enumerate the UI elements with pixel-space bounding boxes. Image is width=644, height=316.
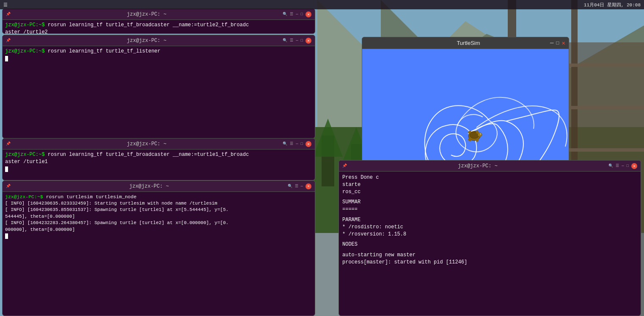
terminal-4-cursor bbox=[5, 233, 8, 239]
terminal-right-process: process[master]: started with pid [11246… bbox=[342, 259, 637, 266]
terminal-4: 📌 jzx@jzx-PC: ~ 🔍 ☰ ─ ✕ jzx@jzx-PC:~$ ro… bbox=[2, 180, 315, 316]
terminal-right-menu-icon[interactable]: ☰ bbox=[616, 164, 619, 168]
terminal-4-cursor-line bbox=[5, 233, 312, 240]
terminal-2-cursor bbox=[5, 56, 8, 61]
taskbar-right: 11月04日 星期四, 20:08 bbox=[584, 2, 641, 8]
terminal-right-ros-cc-text: ros_cc bbox=[342, 189, 361, 195]
terminal-right-spacer3 bbox=[342, 238, 637, 241]
turtlesim-maximize-icon[interactable]: □ bbox=[556, 40, 559, 46]
terminal-3-line1: jzx@jzx-PC:~$ rosrun learning_tf turtle_… bbox=[5, 151, 312, 158]
terminal-3-cmd1: rosrun learning_tf turtle_tf_broadcaster… bbox=[48, 152, 249, 158]
terminal-3-minimize-icon[interactable]: ─ bbox=[296, 142, 298, 146]
terminal-right-title: jzx@jzx-PC: ~ bbox=[347, 163, 608, 169]
terminal-right-maximize-icon[interactable]: □ bbox=[627, 164, 629, 168]
svg-point-20 bbox=[481, 133, 482, 134]
terminal-2-minimize-icon[interactable]: ─ bbox=[296, 39, 298, 43]
terminal-2-title: jzx@jzx-PC: ~ bbox=[11, 38, 283, 44]
terminal-right-titlebar: 📌 jzx@jzx-PC: ~ 🔍 ☰ ─ □ ✕ bbox=[339, 161, 641, 172]
terminal-right-close-button[interactable]: ✕ bbox=[631, 163, 637, 169]
terminal-3-menu-icon[interactable]: ☰ bbox=[290, 141, 293, 146]
terminal-2-menu-icon[interactable]: ☰ bbox=[290, 38, 293, 43]
terminal-right-param-text: PARAME bbox=[342, 217, 361, 223]
terminal-4-close-button[interactable]: ✕ bbox=[305, 183, 311, 189]
terminal-2-search-icon[interactable]: 🔍 bbox=[283, 38, 287, 43]
taskbar-datetime: 11月04日 星期四, 20:08 bbox=[584, 2, 641, 8]
terminal-2-prompt1: jzx@jzx-PC:~$ bbox=[5, 48, 45, 54]
terminal-4-titlebar-right: 🔍 ☰ ─ ✕ bbox=[288, 183, 311, 189]
terminal-4-titlebar-left: 📌 bbox=[6, 184, 11, 188]
turtlesim-titlebar: TurtleSim ─ □ ✕ bbox=[362, 37, 569, 49]
terminal-4-line4: 544445], theta=[0.000000] bbox=[5, 213, 312, 220]
terminal-1-minimize-icon[interactable]: ─ bbox=[296, 12, 298, 17]
terminal-right-spacer1 bbox=[342, 195, 637, 199]
terminal-2-close-button[interactable]: ✕ bbox=[305, 38, 311, 44]
terminal-right-titlebar-left: 📌 bbox=[342, 164, 347, 168]
terminal-4-line3: [ INFO] [1604230635.855031537]: Spawning… bbox=[5, 207, 312, 213]
terminal-4-minimize-icon[interactable]: ─ bbox=[301, 184, 303, 188]
terminal-4-title: jzx@jzx-PC: ~ bbox=[11, 183, 288, 189]
terminal-right-search-icon[interactable]: 🔍 bbox=[608, 164, 613, 168]
terminal-1-content: jzx@jzx-PC:~$ rosrun learning_tf turtle_… bbox=[3, 20, 315, 34]
terminal-3-titlebar-right: 🔍 ☰ ─ □ ✕ bbox=[283, 141, 311, 147]
terminal-right-autostart: auto-starting new master bbox=[342, 252, 637, 259]
terminal-right-equals: ===== bbox=[342, 206, 637, 213]
terminal-4-search-icon[interactable]: 🔍 bbox=[288, 184, 292, 188]
terminal-right-content: Press Done c starte ros_cc SUMMAR ===== … bbox=[339, 172, 641, 269]
terminal-2-titlebar-left: 📌 bbox=[6, 38, 11, 43]
terminal-2-cmd1: rosrun learning_tf turtle_tf_listener bbox=[48, 48, 160, 54]
terminal-4-line1: jzx@jzx-PC:~$ rosrun turtlesim turtlesim… bbox=[5, 194, 312, 200]
terminal-right-titlebar-right: 🔍 ☰ ─ □ ✕ bbox=[608, 163, 637, 169]
terminal-right-rosdistro: * /rosdistro: noetic bbox=[342, 224, 637, 231]
terminal-4-pin-icon[interactable]: 📌 bbox=[6, 184, 11, 188]
turtlesim-minimize-icon[interactable]: ─ bbox=[550, 40, 553, 47]
terminal-2: 📌 jzx@jzx-PC: ~ 🔍 ☰ ─ □ ✕ jzx@jzx-PC:~$ … bbox=[2, 35, 315, 139]
terminal-right-equals-text: ===== bbox=[342, 206, 358, 212]
terminal-right: 📌 jzx@jzx-PC: ~ 🔍 ☰ ─ □ ✕ Press Done c s… bbox=[339, 160, 641, 316]
terminal-3-maximize-icon[interactable]: □ bbox=[301, 142, 303, 146]
terminal-1-close-button[interactable]: ✕ bbox=[305, 11, 311, 17]
terminal-1-line2: aster /turtle2 bbox=[5, 29, 312, 34]
terminal-3-pin-icon[interactable]: 📌 bbox=[6, 141, 11, 146]
terminal-3-search-icon[interactable]: 🔍 bbox=[283, 141, 287, 146]
terminal-2-maximize-icon[interactable]: □ bbox=[301, 39, 303, 43]
terminal-1-maximize-icon[interactable]: □ bbox=[301, 12, 303, 17]
terminal-right-rosversion: * /rosversion: 1.15.8 bbox=[342, 231, 637, 238]
taskbar: ☰ 11月04日 星期四, 20:08 bbox=[0, 0, 644, 9]
terminal-right-minimize-icon[interactable]: ─ bbox=[622, 164, 624, 168]
terminal-1-cmd1: rosrun learning_tf turtle_tf_broadcaster… bbox=[48, 22, 249, 28]
terminal-1-prompt1: jzx@jzx-PC:~$ bbox=[5, 22, 45, 28]
terminal-1-cmd2: aster /turtle2 bbox=[5, 29, 48, 34]
terminal-4-line5: [ INFO] [1604232283.264380457]: Spawning… bbox=[5, 220, 312, 226]
terminal-4-content: jzx@jzx-PC:~$ rosrun turtlesim turtlesim… bbox=[3, 192, 315, 241]
terminal-right-pin-icon[interactable]: 📌 bbox=[342, 164, 347, 168]
terminal-right-started: starte bbox=[342, 181, 637, 188]
turtlesim-close-button[interactable]: ✕ bbox=[562, 39, 565, 47]
terminal-1-menu-icon[interactable]: ☰ bbox=[290, 12, 293, 17]
terminal-right-press-done-text: Press Done c bbox=[342, 175, 379, 180]
terminal-4-line6: 000000], theta=[0.000000] bbox=[5, 227, 312, 233]
terminal-2-titlebar-right: 🔍 ☰ ─ □ ✕ bbox=[283, 38, 311, 44]
terminal-4-menu-icon[interactable]: ☰ bbox=[295, 184, 298, 188]
terminal-right-spacer2 bbox=[342, 213, 637, 216]
terminal-3-titlebar: 📌 jzx@jzx-PC: ~ 🔍 ☰ ─ □ ✕ bbox=[3, 139, 315, 150]
terminal-1-search-icon[interactable]: 🔍 bbox=[283, 12, 287, 17]
turtlesim-title: TurtleSim bbox=[387, 40, 550, 46]
terminal-right-summary: SUMMAR bbox=[342, 199, 637, 206]
terminal-3-line2: aster /turtle1 bbox=[5, 158, 312, 166]
terminal-1-pin-icon[interactable]: 📌 bbox=[6, 12, 11, 17]
terminal-right-spacer4 bbox=[342, 248, 637, 252]
terminal-3-cursor bbox=[5, 166, 8, 172]
terminal-right-nodes: NODES bbox=[342, 241, 637, 248]
terminal-1: 📌 jzx@jzx-PC: ~ 🔍 ☰ ─ □ ✕ jzx@jzx-PC:~$ … bbox=[2, 8, 315, 34]
terminal-1-titlebar-left: 📌 bbox=[6, 12, 11, 17]
terminal-right-summary-text: SUMMAR bbox=[342, 199, 361, 205]
terminal-3: 📌 jzx@jzx-PC: ~ 🔍 ☰ ─ □ ✕ jzx@jzx-PC:~$ … bbox=[2, 138, 315, 180]
terminal-2-content: jzx@jzx-PC:~$ rosrun learning_tf turtle_… bbox=[3, 46, 315, 64]
taskbar-menu-icon[interactable]: ☰ bbox=[3, 2, 8, 8]
terminal-3-close-button[interactable]: ✕ bbox=[305, 141, 311, 147]
terminal-1-titlebar: 📌 jzx@jzx-PC: ~ 🔍 ☰ ─ □ ✕ bbox=[3, 9, 315, 20]
terminal-3-prompt1: jzx@jzx-PC:~$ bbox=[5, 152, 45, 158]
terminal-right-started-text: starte bbox=[342, 182, 361, 188]
terminal-1-title: jzx@jzx-PC: ~ bbox=[11, 11, 283, 17]
terminal-2-pin-icon[interactable]: 📌 bbox=[6, 38, 11, 43]
